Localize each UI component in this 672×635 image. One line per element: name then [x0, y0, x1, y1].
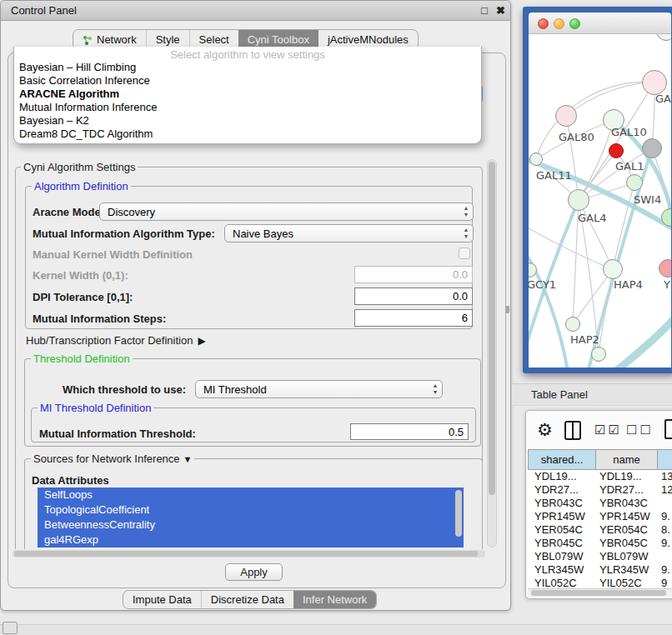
- scrollbar-thumb[interactable]: [14, 551, 478, 557]
- network-node[interactable]: [591, 347, 606, 362]
- apply-button[interactable]: Apply: [225, 563, 283, 581]
- manual-kernel-width-checkbox[interactable]: [459, 248, 470, 259]
- network-node-pink[interactable]: [659, 259, 671, 278]
- table-row[interactable]: YIL052CYIL052C9: [528, 577, 672, 588]
- scrollbar-thumb[interactable]: [531, 590, 666, 596]
- close-traffic-light-icon[interactable]: [538, 18, 549, 29]
- network-node-gal11[interactable]: [529, 152, 543, 166]
- algorithm-definition-title: Algorithm Definition: [32, 180, 131, 192]
- algorithm-option[interactable]: Dream8 DC_TDC Algorithm: [19, 128, 153, 140]
- table-row[interactable]: YLR345WYLR345W9.: [528, 563, 672, 577]
- network-node-gal80[interactable]: [555, 105, 577, 127]
- document-icon[interactable]: [664, 419, 672, 439]
- list-item[interactable]: gal4RGexp: [38, 532, 464, 548]
- application-root: Control Panel □ ✖ Network Styl: [0, 0, 672, 635]
- network-node-hap4[interactable]: [603, 259, 623, 279]
- dropdown-placeholder: Select algorithm to view settings: [14, 48, 481, 61]
- network-window-titlebar[interactable]: [529, 12, 671, 34]
- panel-splitter-handle[interactable]: [505, 306, 509, 313]
- table-row[interactable]: YBR045CYBR045C9.: [528, 537, 672, 550]
- dpi-tolerance-field[interactable]: [354, 288, 473, 305]
- which-threshold-select[interactable]: MI Threshold ▲▼: [195, 380, 443, 398]
- table-row[interactable]: YDR27...YDR27...12: [528, 483, 672, 497]
- table-panel-title: Table Panel: [531, 388, 588, 401]
- sources-toggle[interactable]: Sources for Network Inference▼: [31, 452, 194, 465]
- network-node[interactable]: [642, 70, 667, 95]
- aracne-mode-value: Discovery: [100, 206, 459, 218]
- tab-discretize-data[interactable]: Discretize Data: [201, 591, 293, 608]
- table-row[interactable]: YBL079WYBL079W: [528, 550, 672, 563]
- network-node-gal1[interactable]: [626, 174, 643, 191]
- close-window-icon[interactable]: ✖: [496, 4, 505, 17]
- network-canvas[interactable]: GAL GAL80 GAL10 GAL11 GAL1 SWI4 GAL4 GCY…: [529, 34, 671, 368]
- list-item[interactable]: BetweennessCentrality: [38, 518, 464, 532]
- algorithm-option-selected[interactable]: ARACNE Algorithm: [19, 88, 119, 100]
- mi-threshold-field[interactable]: [350, 423, 469, 440]
- node-label: GAL: [655, 92, 671, 105]
- zoom-traffic-light-icon[interactable]: [569, 18, 580, 29]
- list-scrollbar[interactable]: [455, 490, 462, 537]
- node-label: HAP4: [614, 278, 643, 291]
- aracne-mode-select[interactable]: Discovery ▲▼: [99, 202, 474, 221]
- algorithm-option[interactable]: Bayesian – Hill Climbing: [19, 61, 136, 73]
- expand-right-icon[interactable]: ▶: [198, 335, 205, 347]
- cell-shared: YER054C: [534, 523, 583, 537]
- table-row[interactable]: YPR145WYPR145W9.: [528, 510, 672, 523]
- cell-name: YBR045C: [599, 537, 648, 550]
- cell-name: YLR345W: [599, 563, 649, 577]
- network-window[interactable]: GAL GAL80 GAL10 GAL11 GAL1 SWI4 GAL4 GCY…: [523, 7, 672, 373]
- table-horizontal-scrollbar[interactable]: [528, 588, 672, 597]
- table-header-name[interactable]: name: [596, 449, 658, 470]
- node-label: GAL80: [559, 131, 594, 143]
- tab-impute-data[interactable]: Impute Data: [123, 591, 201, 608]
- which-threshold-label: Which threshold to use:: [63, 383, 186, 396]
- table-header-extra[interactable]: [658, 449, 672, 470]
- kernel-width-field[interactable]: [354, 266, 473, 283]
- cell-name: YDR27...: [599, 483, 644, 497]
- network-tab-icon: [83, 35, 93, 45]
- cell-name: YBL079W: [599, 550, 649, 563]
- network-node-hap2[interactable]: [565, 317, 580, 332]
- scrollbar-thumb[interactable]: [489, 162, 495, 495]
- select-all-checkboxes-icon[interactable]: ☑☑: [594, 422, 622, 438]
- mi-algorithm-type-label: Mutual Information Algorithm Type:: [33, 228, 215, 240]
- table-header-shared[interactable]: shared...: [528, 449, 596, 470]
- table-row[interactable]: YER054CYER054C8.: [528, 523, 672, 537]
- tab-style-label: Style: [156, 33, 180, 46]
- mi-steps-field[interactable]: [354, 309, 473, 327]
- collapse-down-icon[interactable]: ▼: [183, 454, 193, 464]
- settings-horizontal-scrollbar[interactable]: [13, 550, 485, 558]
- mi-algorithm-type-value: Naive Bayes: [225, 228, 459, 240]
- cell-shared: YBL079W: [534, 550, 584, 563]
- manual-kernel-width-label: Manual Kernel Width Definition: [33, 248, 193, 261]
- control-panel-titlebar[interactable]: Control Panel □ ✖: [1, 1, 510, 21]
- list-item[interactable]: SelfLoops: [38, 488, 464, 502]
- cell-name: YER054C: [599, 523, 648, 537]
- cell-shared: YIL052C: [534, 577, 577, 588]
- mi-algorithm-type-select[interactable]: Naive Bayes ▲▼: [224, 224, 474, 242]
- which-threshold-value: MI Threshold: [196, 383, 429, 396]
- cell-name: YDL19...: [599, 470, 642, 483]
- network-node-grey[interactable]: [642, 138, 662, 158]
- gear-icon[interactable]: ⚙: [537, 420, 553, 440]
- network-node-gal4[interactable]: [568, 189, 589, 211]
- algorithm-option[interactable]: Basic Correlation Inference: [19, 74, 150, 87]
- settings-vertical-scrollbar[interactable]: [487, 159, 497, 548]
- list-item[interactable]: TopologicalCoefficient: [38, 502, 464, 518]
- deselect-all-checkboxes-icon[interactable]: ☐☐: [626, 422, 654, 438]
- algorithm-option[interactable]: Bayesian – K2: [19, 114, 89, 127]
- dpi-tolerance-label: DPI Tolerance [0,1]:: [33, 291, 133, 303]
- table-row[interactable]: YDL19...YDL19...13: [528, 470, 672, 483]
- hub-definition-toggle[interactable]: Hub/Transcription Factor Definition▶: [26, 334, 206, 347]
- tab-jactivemnodules-label: jActiveMNodules: [328, 33, 409, 46]
- table-row[interactable]: YBR043CYBR043C: [528, 497, 672, 510]
- collapsed-panel-button[interactable]: [3, 622, 18, 634]
- float-window-icon[interactable]: □: [481, 4, 488, 17]
- network-node-selected-red[interactable]: [609, 143, 624, 158]
- cell-shared: YLR345W: [534, 563, 584, 577]
- algorithm-option[interactable]: Mutual Information Inference: [19, 101, 157, 113]
- cell-shared: YPR145W: [534, 510, 585, 523]
- tab-infer-network[interactable]: Infer Network: [293, 591, 376, 608]
- minimize-traffic-light-icon[interactable]: [554, 18, 564, 29]
- split-columns-icon[interactable]: [564, 421, 581, 440]
